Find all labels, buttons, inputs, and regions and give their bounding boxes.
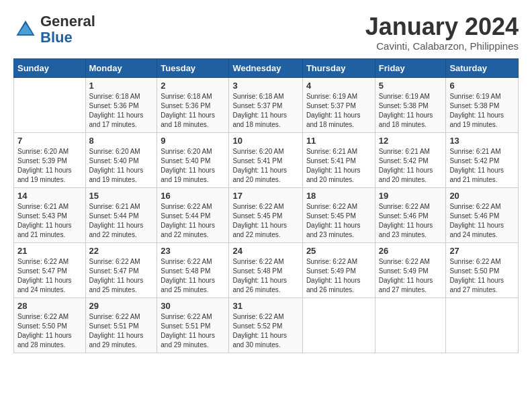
day-number: 16 (161, 191, 225, 201)
day-header-friday: Friday (375, 58, 446, 77)
day-info: Sunrise: 6:22 AMSunset: 5:46 PMDaylight:… (449, 202, 515, 240)
logo: General Blue (13, 13, 95, 46)
day-info: Sunrise: 6:22 AMSunset: 5:44 PMDaylight:… (161, 202, 225, 240)
week-row-3: 14Sunrise: 6:21 AMSunset: 5:43 PMDayligh… (14, 187, 519, 242)
day-info: Sunrise: 6:21 AMSunset: 5:42 PMDaylight:… (379, 147, 443, 185)
day-number: 24 (232, 246, 298, 256)
calendar-cell: 11Sunrise: 6:21 AMSunset: 5:41 PMDayligh… (302, 132, 375, 187)
day-info: Sunrise: 6:22 AMSunset: 5:51 PMDaylight:… (161, 312, 225, 350)
day-header-monday: Monday (85, 58, 157, 77)
day-number: 18 (306, 191, 371, 201)
calendar-cell: 24Sunrise: 6:22 AMSunset: 5:48 PMDayligh… (229, 242, 302, 298)
logo-general: General (40, 13, 95, 30)
calendar-cell: 30Sunrise: 6:22 AMSunset: 5:51 PMDayligh… (157, 298, 229, 353)
day-number: 7 (17, 136, 82, 146)
day-number: 25 (306, 246, 371, 256)
day-header-wednesday: Wednesday (229, 58, 302, 77)
day-number: 2 (161, 81, 225, 91)
day-number: 4 (306, 81, 371, 91)
calendar-cell: 9Sunrise: 6:20 AMSunset: 5:40 PMDaylight… (157, 132, 229, 187)
calendar-cell: 19Sunrise: 6:22 AMSunset: 5:46 PMDayligh… (375, 187, 446, 242)
day-header-thursday: Thursday (302, 58, 375, 77)
title-block: January 2024 Cavinti, Calabarzon, Philip… (365, 13, 519, 52)
day-info: Sunrise: 6:22 AMSunset: 5:52 PMDaylight:… (232, 312, 298, 350)
calendar-cell: 29Sunrise: 6:22 AMSunset: 5:51 PMDayligh… (85, 298, 157, 353)
day-info: Sunrise: 6:22 AMSunset: 5:51 PMDaylight:… (89, 312, 154, 350)
calendar-cell: 22Sunrise: 6:22 AMSunset: 5:47 PMDayligh… (85, 242, 157, 298)
day-info: Sunrise: 6:18 AMSunset: 5:36 PMDaylight:… (161, 92, 225, 130)
day-info: Sunrise: 6:21 AMSunset: 5:41 PMDaylight:… (306, 147, 371, 185)
calendar-cell: 21Sunrise: 6:22 AMSunset: 5:47 PMDayligh… (14, 242, 86, 298)
day-info: Sunrise: 6:18 AMSunset: 5:36 PMDaylight:… (89, 92, 154, 130)
calendar-cell: 5Sunrise: 6:19 AMSunset: 5:38 PMDaylight… (375, 77, 446, 132)
calendar-table: SundayMondayTuesdayWednesdayThursdayFrid… (13, 58, 519, 353)
logo-text: General Blue (40, 13, 95, 46)
calendar-cell (375, 298, 446, 353)
day-number: 17 (232, 191, 298, 201)
calendar-cell: 15Sunrise: 6:21 AMSunset: 5:44 PMDayligh… (85, 187, 157, 242)
logo-icon (13, 17, 38, 42)
day-info: Sunrise: 6:22 AMSunset: 5:45 PMDaylight:… (306, 202, 371, 240)
day-info: Sunrise: 6:19 AMSunset: 5:37 PMDaylight:… (306, 92, 371, 130)
day-info: Sunrise: 6:20 AMSunset: 5:40 PMDaylight:… (161, 147, 225, 185)
week-row-2: 7Sunrise: 6:20 AMSunset: 5:39 PMDaylight… (14, 132, 519, 187)
day-info: Sunrise: 6:22 AMSunset: 5:47 PMDaylight:… (17, 257, 82, 295)
calendar-cell: 31Sunrise: 6:22 AMSunset: 5:52 PMDayligh… (229, 298, 302, 353)
calendar-cell: 4Sunrise: 6:19 AMSunset: 5:37 PMDaylight… (302, 77, 375, 132)
day-number: 9 (161, 136, 225, 146)
day-info: Sunrise: 6:18 AMSunset: 5:37 PMDaylight:… (232, 92, 298, 130)
calendar-cell: 26Sunrise: 6:22 AMSunset: 5:49 PMDayligh… (375, 242, 446, 298)
month-title: January 2024 (365, 13, 519, 40)
day-number: 1 (89, 81, 154, 91)
day-header-saturday: Saturday (446, 58, 519, 77)
calendar-cell: 13Sunrise: 6:21 AMSunset: 5:42 PMDayligh… (446, 132, 519, 187)
week-row-4: 21Sunrise: 6:22 AMSunset: 5:47 PMDayligh… (14, 242, 519, 298)
day-info: Sunrise: 6:20 AMSunset: 5:40 PMDaylight:… (89, 147, 154, 185)
calendar-cell: 3Sunrise: 6:18 AMSunset: 5:37 PMDaylight… (229, 77, 302, 132)
day-number: 19 (379, 191, 443, 201)
day-info: Sunrise: 6:22 AMSunset: 5:46 PMDaylight:… (379, 202, 443, 240)
calendar-cell: 1Sunrise: 6:18 AMSunset: 5:36 PMDaylight… (85, 77, 157, 132)
calendar-cell: 8Sunrise: 6:20 AMSunset: 5:40 PMDaylight… (85, 132, 157, 187)
location: Cavinti, Calabarzon, Philippines (365, 40, 519, 52)
day-info: Sunrise: 6:22 AMSunset: 5:47 PMDaylight:… (89, 257, 154, 295)
day-number: 31 (232, 301, 298, 311)
day-number: 11 (306, 136, 371, 146)
day-number: 20 (449, 191, 515, 201)
calendar-cell: 7Sunrise: 6:20 AMSunset: 5:39 PMDaylight… (14, 132, 86, 187)
calendar-cell: 25Sunrise: 6:22 AMSunset: 5:49 PMDayligh… (302, 242, 375, 298)
day-info: Sunrise: 6:20 AMSunset: 5:39 PMDaylight:… (17, 147, 82, 185)
calendar-cell: 18Sunrise: 6:22 AMSunset: 5:45 PMDayligh… (302, 187, 375, 242)
day-header-tuesday: Tuesday (157, 58, 229, 77)
day-number: 28 (17, 301, 82, 311)
day-number: 29 (89, 301, 154, 311)
calendar-cell: 2Sunrise: 6:18 AMSunset: 5:36 PMDaylight… (157, 77, 229, 132)
day-info: Sunrise: 6:19 AMSunset: 5:38 PMDaylight:… (379, 92, 443, 130)
calendar-cell: 10Sunrise: 6:20 AMSunset: 5:41 PMDayligh… (229, 132, 302, 187)
calendar-cell: 27Sunrise: 6:22 AMSunset: 5:50 PMDayligh… (446, 242, 519, 298)
header-row: SundayMondayTuesdayWednesdayThursdayFrid… (14, 58, 519, 77)
day-info: Sunrise: 6:22 AMSunset: 5:49 PMDaylight:… (379, 257, 443, 295)
day-number: 22 (89, 246, 154, 256)
calendar-cell (446, 298, 519, 353)
day-info: Sunrise: 6:21 AMSunset: 5:42 PMDaylight:… (449, 147, 515, 185)
page-header: General Blue January 2024 Cavinti, Calab… (13, 13, 519, 52)
calendar-cell: 17Sunrise: 6:22 AMSunset: 5:45 PMDayligh… (229, 187, 302, 242)
calendar-cell: 20Sunrise: 6:22 AMSunset: 5:46 PMDayligh… (446, 187, 519, 242)
week-row-5: 28Sunrise: 6:22 AMSunset: 5:50 PMDayligh… (14, 298, 519, 353)
day-number: 12 (379, 136, 443, 146)
day-info: Sunrise: 6:22 AMSunset: 5:50 PMDaylight:… (17, 312, 82, 350)
calendar-cell: 16Sunrise: 6:22 AMSunset: 5:44 PMDayligh… (157, 187, 229, 242)
day-info: Sunrise: 6:22 AMSunset: 5:48 PMDaylight:… (161, 257, 225, 295)
day-number: 21 (17, 246, 82, 256)
day-info: Sunrise: 6:22 AMSunset: 5:45 PMDaylight:… (232, 202, 298, 240)
day-info: Sunrise: 6:22 AMSunset: 5:50 PMDaylight:… (449, 257, 515, 295)
day-number: 5 (379, 81, 443, 91)
day-number: 6 (449, 81, 515, 91)
day-number: 8 (89, 136, 154, 146)
calendar-cell (302, 298, 375, 353)
day-info: Sunrise: 6:21 AMSunset: 5:43 PMDaylight:… (17, 202, 82, 240)
day-header-sunday: Sunday (14, 58, 86, 77)
day-info: Sunrise: 6:20 AMSunset: 5:41 PMDaylight:… (232, 147, 298, 185)
day-number: 27 (449, 246, 515, 256)
